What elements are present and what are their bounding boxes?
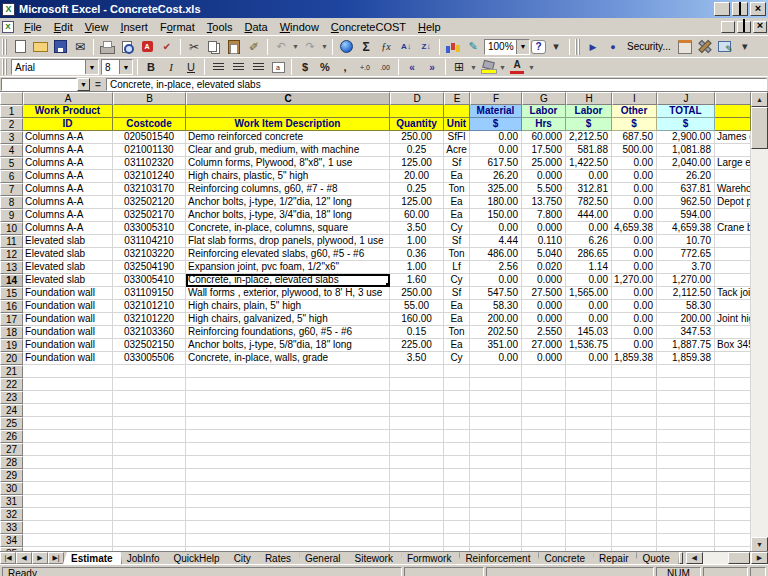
cell-I32[interactable] [612,508,657,521]
cell-E7[interactable]: Ton [444,183,470,196]
cell-I6[interactable]: 0.00 [612,170,657,183]
cell-D25[interactable] [390,417,444,430]
cell-G20[interactable]: 0.000 [522,352,566,365]
cell-H14[interactable]: 0.00 [566,274,612,287]
cell-C5[interactable]: Column forms, Plywood, 8"x8", 1 use [186,157,390,170]
cell-C12[interactable]: Reinforcing elevated slabs, g60, #5 - #6 [186,248,390,261]
restore-icon[interactable] [732,2,748,16]
row-header-25[interactable]: 25 [0,417,23,430]
cell-G5[interactable]: 25.000 [522,157,566,170]
row-header-17[interactable]: 17 [0,313,23,326]
cell-D15[interactable]: 250.00 [390,287,444,300]
cell-C6[interactable]: High chairs, plastic, 5" high [186,170,390,183]
fill-handle[interactable] [386,283,389,286]
cell-A9[interactable]: Columns A-A [23,209,113,222]
cell-J16[interactable]: 58.30 [657,300,715,313]
cell-H11[interactable]: 6.26 [566,235,612,248]
cell-C17[interactable]: High chairs, galvanized, 5" high [186,313,390,326]
row-header-34[interactable]: 34 [0,534,23,547]
row-header-2[interactable]: 2 [0,118,23,131]
cell-C8[interactable]: Anchor bolts, j-type, 1/2"dia, 12" long [186,196,390,209]
cell-K34[interactable] [715,534,751,547]
cell-E19[interactable]: Ea [444,339,470,352]
row-header-19[interactable]: 19 [0,339,23,352]
cell-J14[interactable]: 1,270.00 [657,274,715,287]
cell-B30[interactable] [113,482,186,495]
cell-H27[interactable] [566,443,612,456]
cell-K16[interactable] [715,300,751,313]
save-icon[interactable] [50,38,70,56]
cell-J3[interactable]: 2,900.00 [657,131,715,144]
cell-I17[interactable]: 0.00 [612,313,657,326]
comma-icon[interactable]: , [335,58,355,76]
vertical-scroll-thumb[interactable] [751,107,768,149]
cell-I28[interactable] [612,456,657,469]
cell-G28[interactable] [522,456,566,469]
cell-G34[interactable] [522,534,566,547]
next-sheet-icon[interactable]: ▶ [32,552,48,564]
cell-F35[interactable] [470,547,522,551]
cell-B27[interactable] [113,443,186,456]
sort-ascending-icon[interactable]: A↓ [396,38,416,56]
cell-J6[interactable]: 26.20 [657,170,715,183]
cell-K2[interactable] [715,118,751,131]
cell-H25[interactable] [566,417,612,430]
cell-C1[interactable] [186,105,390,118]
cell-I27[interactable] [612,443,657,456]
cell-E28[interactable] [444,456,470,469]
toolbar-grip[interactable] [2,59,7,75]
cell-B14[interactable]: 033005410 [113,274,186,287]
menu-concretecost[interactable]: ConcreteCOST [325,20,412,34]
cell-D2[interactable]: Quantity [390,118,444,131]
cell-E26[interactable] [444,430,470,443]
cell-D10[interactable]: 3.50 [390,222,444,235]
cell-J2[interactable]: $ [657,118,715,131]
cell-H29[interactable] [566,469,612,482]
cell-G12[interactable]: 5.040 [522,248,566,261]
cell-A12[interactable]: Elevated slab [23,248,113,261]
increase-decimal-icon[interactable]: +.0 [355,58,375,76]
cell-B2[interactable]: Costcode [113,118,186,131]
sheet-tab-sitework[interactable]: Sitework [347,552,402,564]
record-macro-icon[interactable]: ● [603,38,623,56]
cell-H19[interactable]: 1,536.75 [566,339,612,352]
cell-D1[interactable] [390,105,444,118]
underline-icon[interactable]: U [181,58,201,76]
help-icon[interactable]: ? [531,40,546,54]
cell-B7[interactable]: 032103170 [113,183,186,196]
cell-F4[interactable]: 0.00 [470,144,522,157]
security-button[interactable]: Security... [623,41,675,52]
menu-edit[interactable]: Edit [48,20,79,34]
zoom-combo[interactable]: 100%▼ [484,39,530,55]
row-header-28[interactable]: 28 [0,456,23,469]
cell-G14[interactable]: 0.000 [522,274,566,287]
cell-G30[interactable] [522,482,566,495]
cell-G35[interactable] [522,547,566,551]
cell-C2[interactable]: Work Item Description [186,118,390,131]
column-header-A[interactable]: A [23,92,113,105]
cell-E33[interactable] [444,521,470,534]
cell-B24[interactable] [113,404,186,417]
cell-E17[interactable]: Ea [444,313,470,326]
cell-B6[interactable]: 032101240 [113,170,186,183]
cell-I16[interactable]: 0.00 [612,300,657,313]
cell-J26[interactable] [657,430,715,443]
cell-G21[interactable] [522,365,566,378]
cell-F7[interactable]: 325.00 [470,183,522,196]
cell-E15[interactable]: Sf [444,287,470,300]
cell-A27[interactable] [23,443,113,456]
cell-J23[interactable] [657,391,715,404]
cell-C15[interactable]: Wall forms , exterior, plywood, to 8' H,… [186,287,390,300]
cell-D31[interactable] [390,495,444,508]
cell-F33[interactable] [470,521,522,534]
minimize-icon[interactable] [714,2,730,16]
cell-K18[interactable] [715,326,751,339]
cell-D4[interactable]: 0.25 [390,144,444,157]
cell-F28[interactable] [470,456,522,469]
cell-K30[interactable] [715,482,751,495]
cell-A21[interactable] [23,365,113,378]
cell-E16[interactable]: Ea [444,300,470,313]
cell-A7[interactable]: Columns A-A [23,183,113,196]
cell-I20[interactable]: 1,859.38 [612,352,657,365]
fill-color-icon[interactable] [478,58,498,76]
